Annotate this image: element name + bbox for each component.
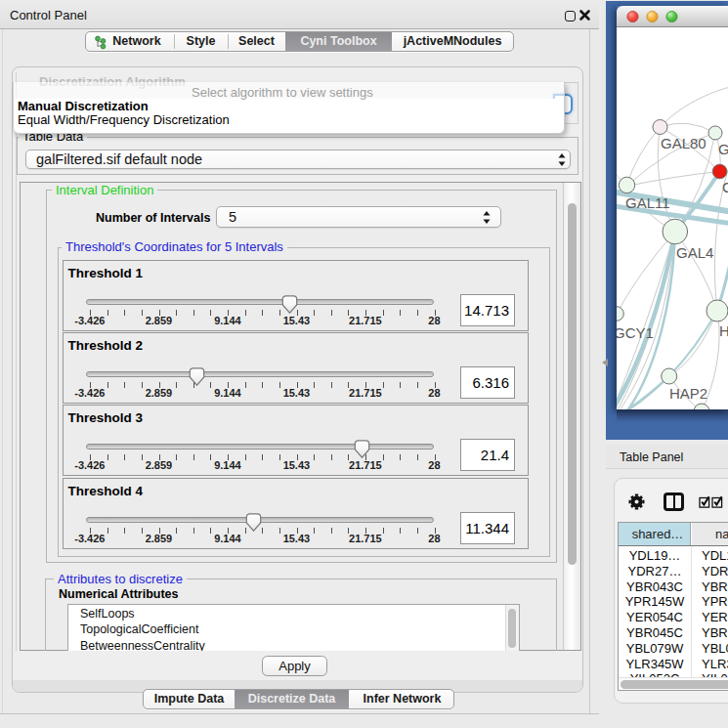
svg-text:GAL11: GAL11 bbox=[625, 194, 670, 211]
svg-text:HAP2: HAP2 bbox=[669, 385, 707, 402]
svg-text:GAL80: GAL80 bbox=[661, 135, 707, 151]
svg-text:GAL4: GAL4 bbox=[676, 244, 713, 261]
svg-text:GCY1: GCY1 bbox=[617, 324, 654, 341]
svg-text:GA: GA bbox=[718, 141, 728, 157]
svg-text:HA: HA bbox=[719, 322, 728, 339]
svg-text:C: C bbox=[722, 179, 728, 195]
